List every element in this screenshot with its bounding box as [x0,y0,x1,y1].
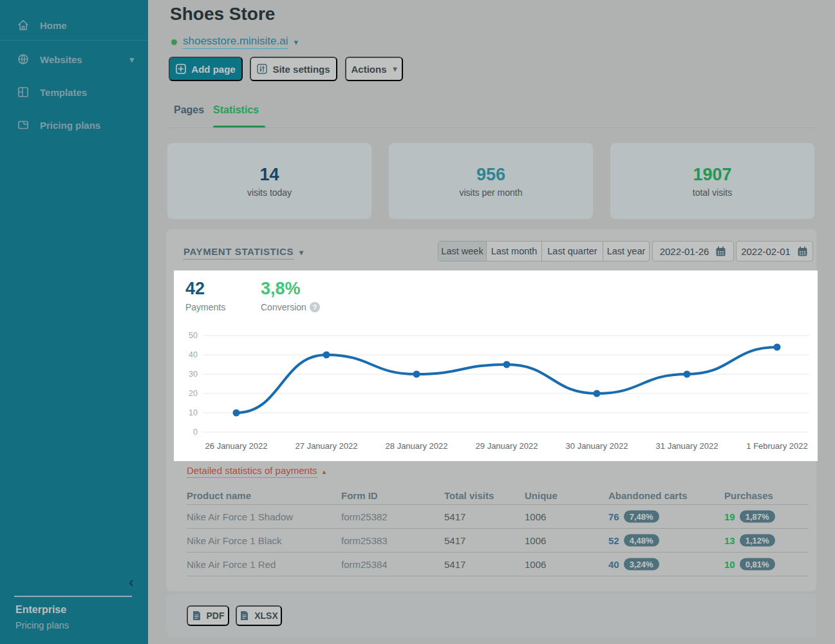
conversion-label-text: Conversion [261,302,306,312]
svg-text:40: 40 [189,350,198,359]
calendar-icon [797,246,808,257]
svg-text:1 February 2022: 1 February 2022 [746,441,807,451]
detailed-statistics-label: Detailed statistics of payments [187,465,317,478]
abandoned-carts-cell: 40 3,24% [608,558,659,571]
sidebar-item-templates[interactable]: Templates [0,81,148,103]
actions-button[interactable]: Actions ▾ [345,57,403,81]
sidebar: Home Websites ▾ Templates Pricing plans [0,0,148,644]
sidebar-item-label: Templates [40,87,87,98]
unique-visits: 1006 [525,535,546,546]
column-header-unique: Unique [525,489,558,500]
file-document-icon [192,611,202,621]
column-header-abandoned-carts: Abandoned carts [608,489,688,500]
stat-value: 1907 [693,165,731,185]
export-xlsx-button[interactable]: XLSX [236,605,282,626]
total-visits: 5417 [444,535,465,546]
site-settings-label: Site settings [272,64,330,75]
templates-icon [17,86,29,98]
sidebar-item-label: Websites [40,54,82,65]
form-id: form25382 [341,511,388,522]
date-from-value: 2022-01-26 [660,246,709,257]
period-last-month-button[interactable]: Last month [487,242,542,261]
sidebar-footer-divider [14,596,132,597]
unique-visits: 1006 [525,559,546,570]
abandoned-count: 40 [608,559,619,570]
column-header-total-visits: Total visits [444,489,494,500]
column-header-purchases: Purchases [724,489,773,500]
total-visits: 5417 [444,511,465,522]
payment-statistics-dropdown[interactable]: PAYMENT STATISTICS ▾ [183,246,304,257]
help-question-icon[interactable]: ? [310,302,320,312]
site-domain-link[interactable]: shoesstore.minisite.ai ▾ [171,35,298,49]
settings-sliders-icon [257,64,267,74]
sidebar-item-pricing-plans[interactable]: Pricing plans [0,114,148,136]
period-last-quarter-button[interactable]: Last quarter [542,242,603,261]
main-content: Shoes Store shoesstore.minisite.ai ▾ Add… [148,0,835,644]
svg-text:31 January 2022: 31 January 2022 [656,441,718,451]
sidebar-item-home[interactable]: Home [0,14,148,36]
svg-text:20: 20 [189,389,198,398]
purchases-pct-badge: 0,81% [740,558,775,571]
home-icon [17,19,29,31]
footer-pricing-plans-link[interactable]: Pricing plans [15,620,69,630]
site-settings-button[interactable]: Site settings [250,57,337,81]
chevron-down-icon: ▾ [299,248,304,257]
stat-label: visits today [247,187,292,198]
period-last-year-button[interactable]: Last year [603,242,649,261]
conversion-value: 3,8% [261,279,301,299]
stat-card-visits-today: 14 visits today [167,143,371,219]
svg-text:30: 30 [189,370,198,379]
add-page-button[interactable]: Add page [169,57,243,81]
date-to-value: 2022-02-01 [741,246,791,257]
payments-count-label: Payments [185,302,225,312]
table-header-row: Product name Form ID Total visits Unique… [187,486,809,505]
purchases-cell: 13 1,12% [724,535,775,547]
payments-count: 42 [185,279,205,299]
table-row: Nike Air Force 1 Red form25384 5417 1006… [187,553,809,576]
date-to-input[interactable]: 2022-02-01 [736,241,813,261]
pricing-card-icon [17,119,29,131]
svg-text:26 January 2022: 26 January 2022 [205,441,268,451]
abandoned-carts-cell: 52 4,48% [608,535,659,547]
sidebar-collapse-icon[interactable]: ‹ [129,574,134,590]
column-header-product-name: Product name [187,489,251,500]
payments-line-chart: 0102030405026 January 202227 January 202… [183,325,811,457]
purchases-cell: 19 1,87% [724,511,775,523]
date-from-input[interactable]: 2022-01-26 [652,241,734,261]
add-plus-icon [176,64,186,74]
tab-statistics[interactable]: Statistics [213,104,259,116]
sidebar-item-websites[interactable]: Websites ▾ [0,48,148,70]
export-pdf-button[interactable]: PDF [187,605,229,626]
purchases-cell: 10 0,81% [724,558,775,571]
sidebar-item-label: Pricing plans [40,120,100,131]
app-window: Home Websites ▾ Templates Pricing plans [0,0,835,644]
svg-text:10: 10 [189,408,198,417]
table-row: Nike Air Force 1 Shadow form25382 5417 1… [187,505,809,529]
column-header-form-id: Form ID [341,489,378,500]
tab-pages[interactable]: Pages [174,104,204,116]
chevron-down-icon: ▾ [129,55,134,64]
abandoned-carts-cell: 76 7,48% [608,511,659,523]
globe-icon [17,53,29,65]
add-page-label: Add page [191,64,235,75]
table-row: Nike Air Force 1 Black form25383 5417 10… [187,529,809,553]
stat-value: 956 [476,165,505,185]
unique-visits: 1006 [525,511,546,522]
payments-chart-card: 42 Payments 3,8% Conversion ? 0102030405… [174,270,818,461]
detailed-statistics-toggle[interactable]: Detailed statistics of payments ▴ [187,465,326,476]
chevron-down-icon: ▾ [393,64,397,73]
period-last-week-button[interactable]: Last week [438,242,487,261]
purchases-pct-badge: 1,12% [740,535,775,547]
export-xlsx-label: XLSX [254,611,278,621]
site-domain-text: shoesstore.minisite.ai [183,35,288,49]
product-name: Nike Air Force 1 Red [187,559,276,570]
purchases-pct-badge: 1,87% [740,511,775,523]
stat-card-total-visits: 1907 total visits [610,143,814,219]
file-document-icon [239,611,249,621]
svg-text:0: 0 [193,428,198,437]
calendar-icon [715,246,726,257]
tabs-bottom-border [166,128,816,128]
purchases-count: 13 [724,535,735,546]
form-id: form25383 [341,535,388,546]
total-visits: 5417 [444,559,465,570]
